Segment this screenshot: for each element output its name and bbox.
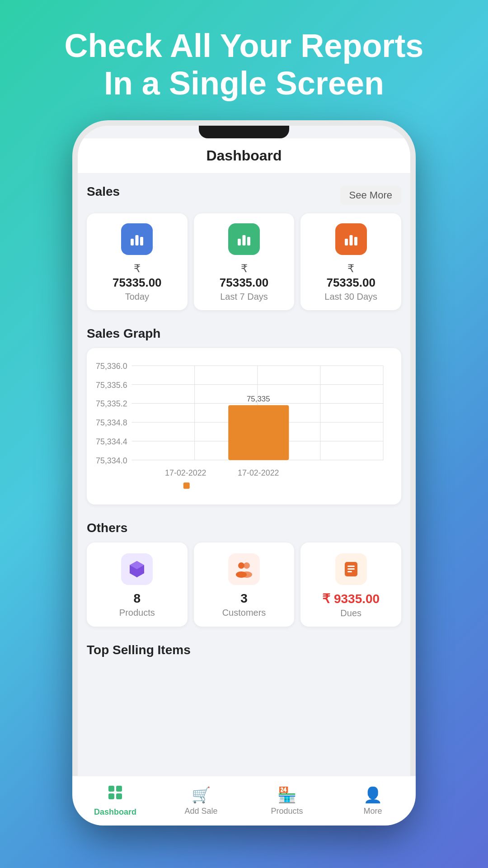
- svg-text:17-02-2022: 17-02-2022: [165, 468, 206, 477]
- svg-text:17-02-2022: 17-02-2022: [238, 468, 279, 477]
- svg-text:75,335.6: 75,335.6: [96, 380, 127, 389]
- amount-today: 75335.00: [113, 276, 161, 290]
- others-card-products: 8 Products: [87, 542, 188, 627]
- customers-label: Customers: [222, 608, 266, 618]
- svg-rect-29: [183, 482, 190, 489]
- products-count: 8: [134, 591, 141, 606]
- sales-card-7days: ₹ 75335.00 Last 7 Days: [194, 213, 295, 310]
- sales-card-30days: ₹ 75335.00 Last 30 Days: [300, 213, 401, 310]
- sales-header: Sales See More: [87, 184, 401, 206]
- amount-7days: 75335.00: [220, 276, 268, 290]
- top-selling-section: Top Selling Items: [78, 632, 410, 670]
- nav-label-dashboard: Dashboard: [94, 807, 136, 817]
- svg-point-32: [244, 562, 250, 569]
- products-label: Products: [119, 608, 155, 618]
- svg-rect-42: [116, 793, 122, 799]
- others-card-dues: ₹ 9335.00 Dues: [300, 542, 401, 627]
- top-selling-title: Top Selling Items: [87, 643, 401, 657]
- svg-rect-3: [238, 239, 241, 245]
- bottom-nav: Dashboard 🛒 Add Sale 🏪 Products 👤 More: [78, 776, 410, 820]
- dashboard-nav-icon: [107, 784, 123, 805]
- see-more-button[interactable]: See More: [340, 186, 401, 205]
- sales-graph-title: Sales Graph: [87, 326, 401, 341]
- chart-container: 75,336.0 75,335.6 75,335.2 75,334.8 75,3…: [87, 348, 401, 505]
- svg-rect-5: [247, 237, 250, 245]
- hero-title: Check All Your Reports In a Single Scree…: [65, 27, 424, 102]
- svg-point-31: [238, 562, 244, 569]
- dashboard-title: Dashboard: [206, 147, 282, 164]
- sales-card-today: ₹ 75335.00 Today: [87, 213, 188, 310]
- others-title: Others: [87, 521, 401, 535]
- rupee-today: ₹: [134, 262, 141, 275]
- add-sale-nav-icon: 🛒: [192, 786, 211, 804]
- svg-rect-4: [243, 235, 246, 245]
- sales-section: Sales See More ₹ 7: [78, 174, 410, 316]
- svg-point-34: [241, 571, 252, 578]
- svg-text:75,334.4: 75,334.4: [96, 437, 127, 446]
- dues-icon: [335, 553, 367, 585]
- amount-30days: 75335.00: [326, 276, 375, 290]
- rupee-7days: ₹: [241, 262, 248, 275]
- nav-item-add-sale[interactable]: 🛒 Add Sale: [158, 786, 244, 816]
- label-today: Today: [125, 292, 149, 302]
- screen-content[interactable]: Sales See More ₹ 7: [78, 174, 410, 820]
- others-card-customers: 3 Customers: [194, 542, 295, 627]
- svg-rect-8: [354, 237, 357, 245]
- svg-text:75,334.0: 75,334.0: [96, 456, 127, 465]
- phone-screen: Dashboard Sales See More: [78, 126, 410, 820]
- svg-rect-39: [108, 786, 114, 792]
- label-30days: Last 30 Days: [324, 292, 377, 302]
- sales-graph-section: Sales Graph 75,336.0 75,335.6 75,335.2 7…: [78, 316, 410, 510]
- dues-amount: ₹ 9335.00: [322, 591, 380, 606]
- nav-item-more[interactable]: 👤 More: [330, 786, 410, 816]
- nav-item-dashboard[interactable]: Dashboard: [78, 784, 158, 817]
- nav-label-more: More: [363, 807, 382, 816]
- svg-rect-1: [136, 235, 139, 245]
- bar-chart-icon-blue: [121, 223, 153, 255]
- label-7days: Last 7 Days: [220, 292, 268, 302]
- svg-text:75,334.8: 75,334.8: [96, 418, 127, 427]
- more-nav-icon: 👤: [363, 786, 382, 804]
- products-nav-icon: 🏪: [277, 786, 296, 804]
- svg-rect-37: [347, 568, 355, 570]
- phone-notch: [199, 126, 289, 138]
- products-icon: [121, 553, 153, 585]
- dashboard-header: Dashboard: [78, 138, 410, 174]
- svg-text:75,335.2: 75,335.2: [96, 399, 127, 408]
- phone-frame: Dashboard Sales See More: [72, 120, 416, 826]
- customers-count: 3: [240, 591, 248, 606]
- svg-rect-38: [347, 571, 352, 572]
- svg-text:75,335: 75,335: [247, 395, 270, 403]
- svg-rect-0: [131, 239, 134, 245]
- bar-chart-icon-green: [228, 223, 260, 255]
- others-cards-row: 8 Products 3: [87, 542, 401, 627]
- nav-label-add-sale: Add Sale: [184, 807, 217, 816]
- svg-rect-25: [228, 405, 289, 460]
- sales-chart-svg: 75,336.0 75,335.6 75,335.2 75,334.8 75,3…: [96, 359, 392, 494]
- others-section: Others 8 Products: [78, 510, 410, 632]
- sales-cards-row: ₹ 75335.00 Today ₹: [87, 213, 401, 310]
- hero-section: Check All Your Reports In a Single Scree…: [47, 0, 442, 120]
- bar-chart-icon-orange: [335, 223, 367, 255]
- svg-rect-7: [349, 235, 352, 245]
- sales-title: Sales: [87, 184, 120, 199]
- svg-rect-2: [140, 237, 143, 245]
- svg-rect-6: [345, 239, 348, 245]
- svg-rect-40: [116, 786, 122, 792]
- nav-label-products: Products: [271, 807, 303, 816]
- svg-rect-41: [108, 793, 114, 799]
- customers-icon: [228, 553, 260, 585]
- nav-item-products[interactable]: 🏪 Products: [244, 786, 330, 816]
- svg-text:75,336.0: 75,336.0: [96, 361, 127, 370]
- dues-label: Dues: [340, 608, 361, 618]
- svg-rect-36: [347, 566, 355, 567]
- rupee-30days: ₹: [347, 262, 354, 275]
